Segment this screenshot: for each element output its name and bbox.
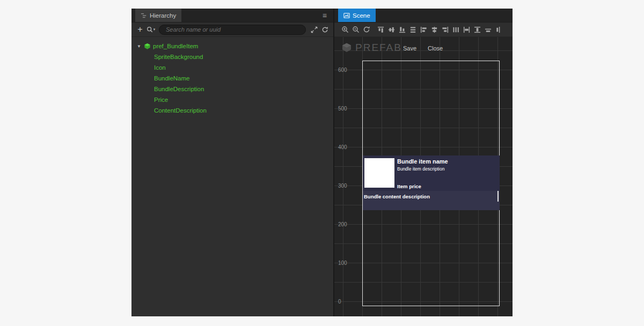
chevron-down-icon: ▾ <box>153 27 156 32</box>
prefab-icon <box>144 43 152 50</box>
panel-menu-icon[interactable]: ≡ <box>316 9 333 22</box>
reset-view-button[interactable] <box>362 25 370 34</box>
tree-node-label: BundleDescription <box>154 86 204 92</box>
hierarchy-icon <box>141 12 147 19</box>
zoom-in-button[interactable] <box>341 25 349 34</box>
search-input[interactable] <box>165 26 300 33</box>
size-width-icon <box>485 26 492 33</box>
align-center-button[interactable] <box>430 25 438 34</box>
tree-node-root[interactable]: ▼ pref_BundleItem <box>131 41 333 51</box>
align-center-icon <box>431 26 438 33</box>
tab-scene[interactable]: Scene <box>338 9 376 22</box>
tab-hierarchy[interactable]: Hierarchy <box>135 9 181 22</box>
editor-window: Hierarchy ≡ + ▾ ▼ <box>131 9 513 316</box>
zoom-in-icon <box>341 26 349 33</box>
bundle-content-description-label: Bundle content description <box>364 194 430 199</box>
align-top-icon <box>377 26 384 33</box>
tree-node-icon[interactable]: Icon <box>131 62 333 73</box>
distribute-horizontal-icon <box>452 26 459 33</box>
tree-node-bundledescription[interactable]: BundleDescription <box>131 84 333 94</box>
distribute-vertical-icon <box>409 26 416 33</box>
tree-node-price[interactable]: Price <box>131 94 333 105</box>
ruler-label-0: 0 <box>338 299 341 305</box>
align-left-button[interactable] <box>420 25 428 34</box>
collapse-all-icon <box>311 26 318 33</box>
ruler-label-600: 600 <box>338 67 347 73</box>
zoom-out-button[interactable] <box>352 25 360 34</box>
ruler-label-200: 200 <box>338 221 347 227</box>
tab-scene-label: Scene <box>353 12 370 19</box>
search-filter-button[interactable]: ▾ <box>145 24 156 35</box>
search-icon <box>147 26 153 33</box>
prefab-watermark-label: PREFAB <box>355 42 402 54</box>
bundle-icon-sprite <box>364 158 394 188</box>
hierarchy-tree: ▼ pref_BundleItem SpriteBackground Icon … <box>131 37 333 316</box>
prefab-watermark-icon <box>341 42 352 53</box>
distribute-horizontal-button[interactable] <box>452 25 460 34</box>
ruler-label-100: 100 <box>338 260 347 266</box>
align-middle-icon <box>388 26 395 33</box>
tree-node-bundlename[interactable]: BundleName <box>131 73 333 84</box>
save-button[interactable]: Save <box>400 43 420 53</box>
scene-header: Scene <box>334 9 513 23</box>
refresh-icon <box>321 26 328 33</box>
zoom-out-icon <box>352 26 360 33</box>
hierarchy-panel: Hierarchy ≡ + ▾ ▼ <box>131 9 333 316</box>
align-right-button[interactable] <box>441 25 449 34</box>
bundle-description-label: Bundle item description <box>397 166 444 172</box>
scene-panel: Scene PREFAB Save Clos <box>334 9 513 316</box>
tree-node-label: ContentDescription <box>154 107 207 114</box>
stretch-height-button[interactable] <box>473 25 481 34</box>
bundle-item-preview: Bundle item name Bundle item description… <box>363 155 500 210</box>
prefab-watermark: PREFAB <box>341 42 402 54</box>
scene-toolbar <box>334 23 513 37</box>
stretch-width-button[interactable] <box>463 25 471 34</box>
close-button[interactable]: Close <box>425 43 446 53</box>
align-bottom-icon <box>399 26 406 33</box>
stretch-height-icon <box>474 26 481 33</box>
bundle-name-label: Bundle item name <box>397 158 448 165</box>
bundle-price-label: Item price <box>397 183 421 189</box>
caret-down-icon[interactable]: ▼ <box>137 44 144 49</box>
align-left-icon <box>420 26 427 33</box>
scene-icon <box>343 12 350 19</box>
ruler-label-400: 400 <box>338 144 347 150</box>
ruler-label-300: 300 <box>338 183 347 189</box>
tree-node-label: BundleName <box>154 75 189 82</box>
tab-hierarchy-label: Hierarchy <box>150 12 176 19</box>
reset-view-icon <box>363 26 370 33</box>
distribute-vertical-button[interactable] <box>409 25 417 34</box>
size-height-icon <box>495 26 502 33</box>
scrollbar-thumb[interactable] <box>497 191 499 202</box>
size-height-button[interactable] <box>495 25 503 34</box>
tree-node-label: Price <box>154 97 168 103</box>
add-node-button[interactable]: + <box>135 24 145 35</box>
collapse-all-button[interactable] <box>309 24 319 35</box>
tree-node-label: SpriteBackground <box>154 54 203 60</box>
ruler-label-500: 500 <box>338 106 347 112</box>
refresh-button[interactable] <box>319 24 330 35</box>
align-middle-button[interactable] <box>387 25 396 34</box>
tree-node-label: Icon <box>154 64 166 71</box>
tree-node-spritebackground[interactable]: SpriteBackground <box>131 51 333 62</box>
hierarchy-header: Hierarchy ≡ <box>131 9 333 23</box>
align-bottom-button[interactable] <box>398 25 406 34</box>
tree-node-contentdescription[interactable]: ContentDescription <box>131 105 333 116</box>
align-right-icon <box>442 26 449 33</box>
align-top-button[interactable] <box>377 25 385 34</box>
size-width-button[interactable] <box>484 25 492 34</box>
tree-node-label: pref_BundleItem <box>153 43 198 49</box>
hierarchy-toolbar: + ▾ <box>131 23 333 37</box>
search-box <box>159 25 306 35</box>
stretch-width-icon <box>463 26 470 33</box>
scene-viewport[interactable]: PREFAB Save Close 600 500 400 300 200 10… <box>334 37 513 316</box>
